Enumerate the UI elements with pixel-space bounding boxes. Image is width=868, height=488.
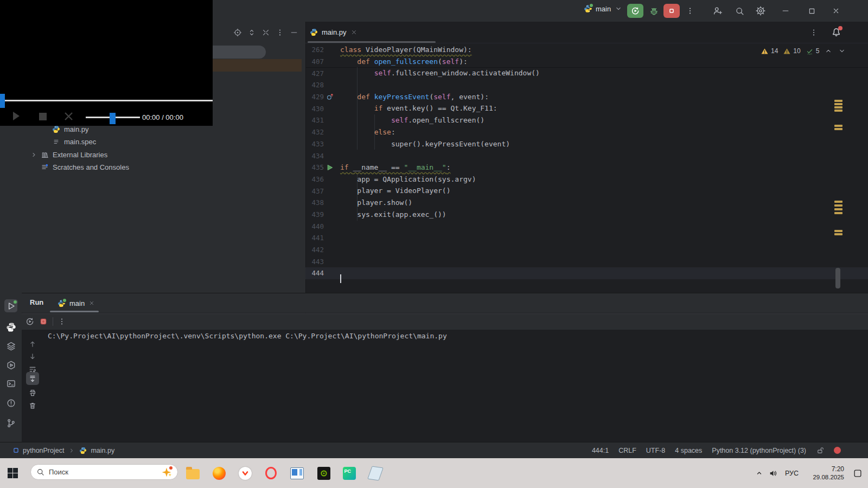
error-stripe-mark[interactable] xyxy=(834,233,843,235)
code-line[interactable]: 407 def open_fullscreen(self): xyxy=(305,56,868,68)
stop-button[interactable] xyxy=(663,4,680,18)
line-number[interactable]: 437 xyxy=(305,187,324,195)
taskbar-yandex[interactable] xyxy=(238,466,252,480)
code-with-me-button[interactable] xyxy=(710,4,726,18)
line-number[interactable]: 444 xyxy=(305,269,324,277)
line-number[interactable]: 428 xyxy=(305,81,324,89)
tree-item-main-spec[interactable]: main.spec xyxy=(22,136,305,148)
encoding[interactable]: UTF-8 xyxy=(646,447,665,454)
code-line[interactable]: 427 self.fullscreen_window.activateWindo… xyxy=(305,67,868,79)
rerun-button[interactable] xyxy=(627,4,643,18)
settings-button[interactable] xyxy=(752,4,769,18)
code-line[interactable]: 437 player = VideoPlayer() xyxy=(305,185,868,197)
copilot-icon[interactable] xyxy=(161,467,172,478)
line-number[interactable]: 438 xyxy=(305,198,324,207)
line-number[interactable]: 440 xyxy=(305,222,324,230)
chevron-right-icon[interactable] xyxy=(29,150,38,159)
error-stripe-mark[interactable] xyxy=(834,100,843,102)
clock[interactable]: 7:20 29.08.2025 xyxy=(806,465,844,481)
breadcrumb-project[interactable]: pythonProject xyxy=(23,447,64,454)
start-button[interactable] xyxy=(5,466,20,480)
taskbar-news-app[interactable] xyxy=(290,466,304,480)
keyboard-language[interactable]: РУС xyxy=(785,470,799,477)
code-line[interactable]: 434 xyxy=(305,150,868,162)
taskbar-nvidia[interactable] xyxy=(316,466,331,480)
line-number[interactable]: 432 xyxy=(305,128,324,136)
line-number[interactable]: 441 xyxy=(305,234,324,242)
maximize-button[interactable] xyxy=(803,4,820,18)
code-line[interactable]: 435if __name__ == "__main__": xyxy=(305,162,868,174)
editor-tab-main-py[interactable]: main.py xyxy=(307,24,361,40)
code-line[interactable]: 436 app = QApplication(sys.argv) xyxy=(305,174,868,185)
taskbar-explorer[interactable] xyxy=(186,466,200,480)
error-stripe-mark[interactable] xyxy=(834,230,843,232)
taskbar-pycharm[interactable]: PC xyxy=(342,466,356,480)
search-everywhere-button[interactable] xyxy=(731,4,748,18)
code-line[interactable]: 443 xyxy=(305,255,868,267)
run-tool-window-button[interactable] xyxy=(4,299,17,312)
run-line-icon[interactable] xyxy=(327,164,333,171)
error-stripe-mark[interactable] xyxy=(834,103,843,105)
taskbar-opera[interactable] xyxy=(264,466,278,480)
speaker-icon[interactable] xyxy=(769,468,778,478)
error-stripe-mark[interactable] xyxy=(834,110,843,112)
video-progress-track[interactable] xyxy=(0,100,213,101)
stop-button[interactable] xyxy=(39,113,47,120)
debug-button[interactable] xyxy=(646,4,662,18)
code-line[interactable]: 438 player.show() xyxy=(305,197,868,209)
notifications-button[interactable] xyxy=(831,27,841,39)
services-tool-window-button[interactable] xyxy=(4,339,17,352)
line-number[interactable]: 442 xyxy=(305,246,324,254)
run-config-widget[interactable]: main xyxy=(584,4,623,13)
notification-center-icon[interactable] xyxy=(853,468,863,478)
error-stripe-mark[interactable] xyxy=(834,106,843,108)
tray-chevron-up-icon[interactable] xyxy=(755,469,763,477)
error-stripe-mark[interactable] xyxy=(834,125,843,127)
line-number[interactable]: 434 xyxy=(305,152,324,160)
editor-scrollbar-thumb[interactable] xyxy=(835,268,840,288)
code-line[interactable]: 428 xyxy=(305,79,868,91)
code-line[interactable]: 429 def keyPressEvent(self, event): xyxy=(305,91,868,103)
close-window-button[interactable] xyxy=(828,4,844,18)
line-number[interactable]: 435 xyxy=(305,163,324,171)
lock-open-icon[interactable] xyxy=(816,446,824,454)
minimize-button[interactable] xyxy=(777,4,794,18)
code-line[interactable]: 441 xyxy=(305,232,868,244)
line-number[interactable]: 433 xyxy=(305,140,324,148)
expand-selection-button[interactable] xyxy=(247,28,256,37)
code-line[interactable]: 444 xyxy=(305,267,868,279)
taskbar-firefox[interactable] xyxy=(212,466,226,480)
code-line[interactable]: 439 sys.exit(app.exec_()) xyxy=(305,209,868,221)
error-stripe-mark[interactable] xyxy=(834,212,843,214)
taskbar-search[interactable]: Поиск xyxy=(30,464,178,480)
line-number[interactable]: 407 xyxy=(305,57,324,66)
volume-handle[interactable] xyxy=(110,113,116,124)
error-stripe-mark[interactable] xyxy=(834,204,843,207)
breadcrumb-file[interactable]: main.py xyxy=(91,447,114,454)
video-progress-handle[interactable] xyxy=(0,94,5,108)
interpreter[interactable]: Python 3.12 (pythonProject) (3) xyxy=(712,447,806,454)
run-anything-button[interactable] xyxy=(4,358,17,371)
line-ending[interactable]: CRLF xyxy=(618,447,636,454)
code-line[interactable]: 440 xyxy=(305,220,868,232)
code-line[interactable]: 432 else: xyxy=(305,126,868,138)
line-number[interactable]: 262 xyxy=(305,46,324,54)
terminal-tool-window-button[interactable] xyxy=(4,377,17,390)
more-run-options-button[interactable] xyxy=(682,4,698,18)
stop-console-button[interactable] xyxy=(39,317,48,326)
tree-item-external-libraries[interactable]: External Libraries xyxy=(22,149,305,161)
console-area[interactable] xyxy=(22,330,868,442)
code-line[interactable]: 430 if event.key() == Qt.Key_F11: xyxy=(305,102,868,114)
error-stripe-mark[interactable] xyxy=(834,128,843,130)
code-line[interactable]: 442 xyxy=(305,244,868,256)
close-tab-icon[interactable] xyxy=(350,29,358,36)
tree-item-scratches-and-consoles[interactable]: Scratches and Consoles xyxy=(22,161,305,174)
error-indicator[interactable] xyxy=(834,447,841,454)
line-number[interactable]: 443 xyxy=(305,258,324,266)
play-button[interactable] xyxy=(12,111,21,121)
close-video-button[interactable] xyxy=(64,112,73,121)
project-options-button[interactable] xyxy=(276,28,284,37)
taskbar-notepad[interactable] xyxy=(368,466,382,480)
caret-position[interactable]: 444:1 xyxy=(592,447,609,454)
version-control-button[interactable] xyxy=(4,416,17,429)
